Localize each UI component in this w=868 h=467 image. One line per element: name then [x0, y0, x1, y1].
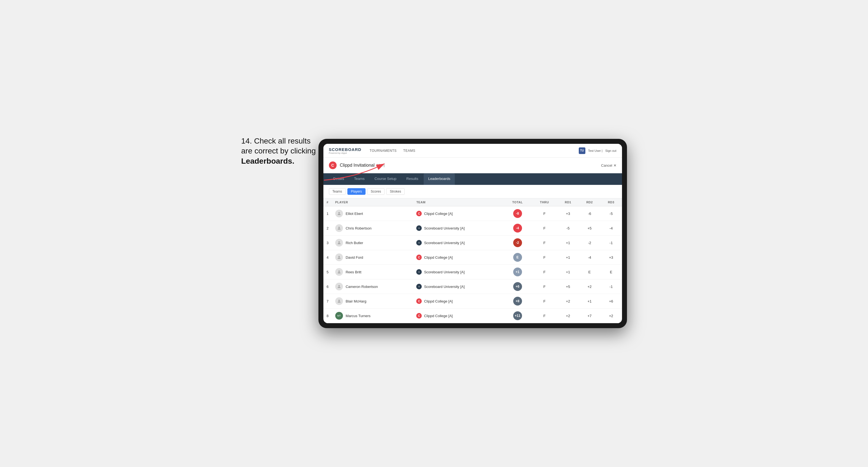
logo-scoreboard: SCOREBOARD [329, 147, 362, 152]
tab-course-setup[interactable]: Course Setup [370, 173, 401, 185]
rank-cell: 4 [323, 250, 332, 265]
team-name: Clippd College [A] [424, 299, 453, 303]
total-cell: -4 [503, 221, 532, 236]
team-logo: ≡ [416, 284, 422, 289]
team-name: Scoreboard University [A] [424, 285, 464, 289]
filter-strokes-button[interactable]: Strokes [386, 188, 405, 195]
cancel-button[interactable]: Cancel ✕ [601, 163, 616, 167]
player-cell: Blair McHarg [332, 294, 413, 309]
player-name: David Ford [346, 255, 363, 259]
table-body: 1 Elliot Ebert C Clippd College [A] -8 F… [323, 206, 622, 323]
thru-cell: F [532, 309, 557, 323]
player-name: Cameron Robertson [346, 285, 378, 289]
thru-cell: F [532, 236, 557, 250]
rank-cell: 5 [323, 265, 332, 279]
rank-cell: 6 [323, 279, 332, 294]
player-avatar [335, 268, 343, 276]
table-row: 4 David Ford C Clippd College [A] E F +1… [323, 250, 622, 265]
player-avatar [335, 297, 343, 305]
logo-powered: Powered by clippd [329, 152, 362, 154]
score-badge: E [513, 253, 522, 262]
player-cell: Rees Britt [332, 265, 413, 279]
team-name: Scoreboard University [A] [424, 241, 464, 245]
total-cell: -8 [503, 206, 532, 221]
tournament-name: Clippd Invitational [340, 163, 375, 168]
table-row: 6 Cameron Robertson ≡ Scoreboard Univers… [323, 279, 622, 294]
tab-results[interactable]: Results [402, 173, 423, 185]
tablet-screen: SCOREBOARD Powered by clippd TOURNAMENTS… [323, 144, 622, 323]
thru-cell: F [532, 294, 557, 309]
player-name: Rich Butler [346, 241, 363, 245]
tab-leaderboards[interactable]: Leaderboards [424, 173, 455, 185]
svg-point-5 [338, 271, 340, 272]
thru-cell: F [532, 279, 557, 294]
tab-teams[interactable]: Teams [349, 173, 369, 185]
player-cell: Cameron Robertson [332, 279, 413, 294]
thru-cell: F [532, 265, 557, 279]
player-cell: David Ford [332, 250, 413, 265]
col-total: TOTAL [503, 198, 532, 206]
svg-point-1 [338, 212, 340, 214]
rd3-cell: -1 [600, 279, 622, 294]
filter-scores-button[interactable]: Scores [367, 188, 384, 195]
score-badge: -8 [513, 209, 522, 218]
team-name: Scoreboard University [A] [424, 226, 464, 230]
score-badge: +11 [513, 311, 522, 320]
filter-teams-button[interactable]: Teams [329, 188, 346, 195]
rd3-cell: +2 [600, 309, 622, 323]
player-avatar [335, 210, 343, 217]
logo-area: SCOREBOARD Powered by clippd [329, 147, 362, 154]
thru-cell: F [532, 221, 557, 236]
team-cell: C Clippd College [A] [413, 309, 503, 323]
table-row: 3 Rich Butler ≡ Scoreboard University [A… [323, 236, 622, 250]
total-cell: +1 [503, 265, 532, 279]
player-cell: Chris Robertson [332, 221, 413, 236]
rd1-cell: +1 [557, 236, 579, 250]
nav-items: TOURNAMENTS TEAMS [370, 148, 579, 154]
col-rank: # [323, 198, 332, 206]
nav-tournaments[interactable]: TOURNAMENTS [370, 148, 397, 154]
table-row: 2 Chris Robertson ≡ Scoreboard Universit… [323, 221, 622, 236]
table-header: # PLAYER TEAM TOTAL THRU RD1 RD2 RD3 [323, 198, 622, 206]
score-badge: -4 [513, 224, 522, 232]
score-badge: -2 [513, 238, 522, 247]
col-team: TEAM [413, 198, 503, 206]
tab-bar: Details Teams Course Setup Results Leade… [323, 173, 622, 185]
player-cell: Rich Butler [332, 236, 413, 250]
team-cell: ≡ Scoreboard University [A] [413, 221, 503, 236]
rd2-cell: -2 [579, 236, 600, 250]
team-cell: C Clippd College [A] [413, 294, 503, 309]
rd3-cell: E [600, 265, 622, 279]
rd1-cell: +2 [557, 309, 579, 323]
user-label: Test User | [588, 149, 602, 152]
player-avatar [335, 283, 343, 290]
total-cell: +6 [503, 279, 532, 294]
rd2-cell: +2 [579, 279, 600, 294]
top-nav: SCOREBOARD Powered by clippd TOURNAMENTS… [323, 144, 622, 158]
table-row: 5 Rees Britt ≡ Scoreboard University [A]… [323, 265, 622, 279]
player-name: Blair McHarg [346, 299, 366, 303]
team-cell: C Clippd College [A] [413, 206, 503, 221]
leaderboard-table: # PLAYER TEAM TOTAL THRU RD1 RD2 RD3 1 [323, 198, 622, 323]
rd1-cell: +1 [557, 265, 579, 279]
player-name: Elliot Ebert [346, 212, 363, 216]
filter-players-button[interactable]: Players [347, 188, 366, 195]
tab-details[interactable]: Details [329, 173, 349, 185]
team-cell: ≡ Scoreboard University [A] [413, 236, 503, 250]
rd2-cell: -4 [579, 250, 600, 265]
player-cell: Elliot Ebert [332, 206, 413, 221]
user-avatar: TU [579, 147, 585, 154]
player-avatar [335, 253, 343, 261]
table-row: 1 Elliot Ebert C Clippd College [A] -8 F… [323, 206, 622, 221]
score-badge: +6 [513, 282, 522, 291]
total-cell: +8 [503, 294, 532, 309]
sign-out-link[interactable]: Sign out [605, 149, 616, 152]
rd2-cell: +1 [579, 294, 600, 309]
close-icon: ✕ [614, 163, 617, 167]
rank-cell: 2 [323, 221, 332, 236]
rd3-cell: -5 [600, 206, 622, 221]
score-badge: +8 [513, 297, 522, 306]
rd2-cell: -6 [579, 206, 600, 221]
svg-point-4 [338, 256, 340, 257]
nav-teams[interactable]: TEAMS [403, 148, 415, 154]
